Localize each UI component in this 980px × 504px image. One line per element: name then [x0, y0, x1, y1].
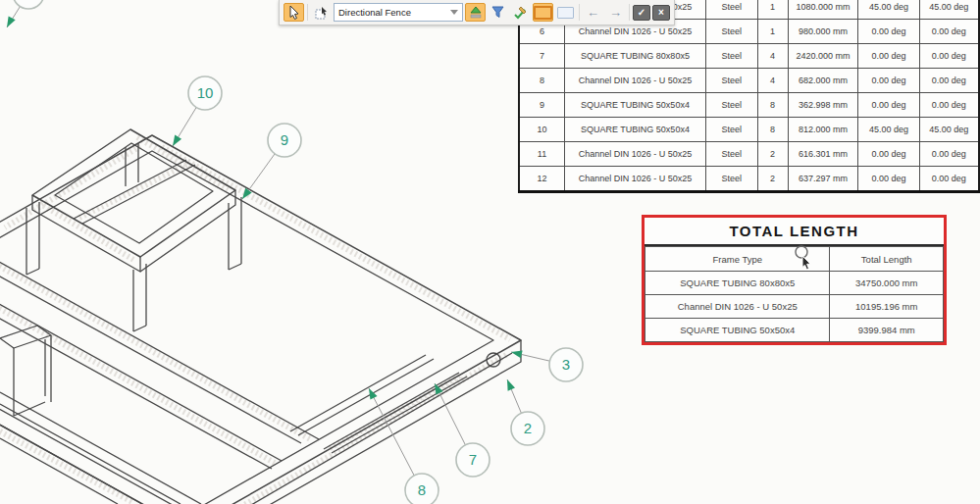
ok-button[interactable]: ✓: [633, 5, 650, 21]
selection-mode-value: Directional Fence: [338, 7, 411, 18]
table-row: 8Channel DIN 1026 - U 50x25Steel4682.000…: [519, 69, 979, 93]
cad-viewport: 10 9 3 2 7 8: [0, 0, 980, 504]
balloon-leaders: [7, 0, 566, 490]
rectangle-icon: [534, 6, 552, 20]
balloon-3-label: 3: [562, 356, 570, 373]
polygon-selection-button[interactable]: [555, 3, 576, 22]
total-length-table: TOTAL LENGTH Frame Type Total Length SQU…: [642, 215, 947, 345]
back-button[interactable]: ←: [583, 3, 603, 22]
balloon-2-label: 2: [524, 420, 532, 436]
forward-button[interactable]: →: [605, 3, 626, 22]
balloon-10-label: 10: [197, 84, 214, 101]
pointer-cursor-icon: [791, 243, 820, 277]
table-row: 11Channel DIN 1026 - U 50x25Steel2616.30…: [519, 142, 979, 167]
balloon-7-label: 7: [469, 451, 477, 468]
balloon-7[interactable]: 7: [456, 443, 490, 477]
balloon-2[interactable]: 2: [511, 412, 544, 445]
balloon-9[interactable]: 9: [268, 124, 301, 157]
toolbar-divider: [307, 4, 308, 21]
selection-toolbar: Directional Fence ←: [279, 0, 675, 25]
leader-arrows: [3, 16, 522, 399]
balloon-partial[interactable]: [13, 0, 44, 9]
table-row: SQUARE TUBING 50x50x4 9399.984 mm: [645, 319, 944, 342]
pointer-icon: [288, 5, 300, 20]
base-frame: [0, 135, 521, 504]
column-header-total-length: Total Length: [830, 247, 944, 272]
close-icon: ×: [658, 7, 664, 18]
fence-up-icon: [469, 6, 483, 19]
table-row: 9SQUARE TUBING 50x50x4Steel8362.998 mm0.…: [519, 93, 979, 118]
check-icon: ✓: [638, 7, 645, 18]
pen-check-icon: [513, 6, 528, 20]
balloon-3[interactable]: 3: [549, 348, 583, 381]
balloon-10[interactable]: 10: [188, 76, 222, 110]
filter-button[interactable]: [488, 3, 508, 22]
secondary-frame-corner: [0, 326, 51, 416]
rectangle-selection-button[interactable]: [533, 3, 553, 22]
chevron-down-icon: [450, 10, 458, 15]
select-object-button[interactable]: [311, 3, 332, 22]
balloon-9-label: 9: [281, 131, 288, 148]
toolbar-divider: [579, 4, 580, 21]
bom-table: 5Channel DIN 1026 - U 50x25Steel11080.00…: [518, 0, 980, 193]
cancel-button[interactable]: ×: [652, 5, 670, 21]
balloon-8-label: 8: [418, 481, 426, 498]
filter-icon: [490, 6, 505, 19]
forward-arrow-icon: →: [609, 6, 622, 19]
table-row: 12Channel DIN 1026 - U 50x25Steel2637.29…: [519, 167, 979, 192]
select-object-icon: [315, 6, 329, 20]
table-row: 7SQUARE TUBING 80x80x5Steel42420.000 mm0…: [519, 44, 979, 69]
pointer-tool-button[interactable]: [284, 3, 304, 22]
fence-direction-button[interactable]: [465, 3, 486, 22]
selection-mode-dropdown[interactable]: Directional Fence: [334, 3, 463, 22]
polygon-icon: [557, 7, 574, 19]
table-row: 10SQUARE TUBING 50x50x4Steel8812.000 mm4…: [519, 118, 979, 142]
verify-edit-button[interactable]: [510, 3, 531, 22]
back-arrow-icon: ←: [587, 6, 599, 19]
toolbar-divider: [629, 4, 630, 21]
balloon-8[interactable]: 8: [405, 474, 438, 504]
table-row: Channel DIN 1026 - U 50x25 10195.196 mm: [645, 295, 944, 319]
total-length-title: TOTAL LENGTH: [645, 218, 944, 246]
